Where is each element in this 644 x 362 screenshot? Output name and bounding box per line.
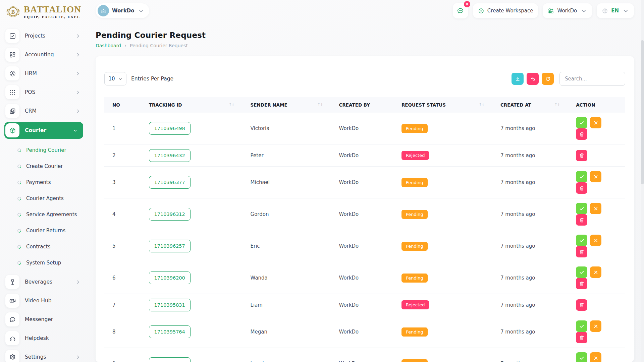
plus-circle-icon: [478, 8, 484, 14]
approve-action-button[interactable]: [576, 320, 587, 332]
tracking-id-button[interactable]: 1710396200: [149, 272, 191, 284]
delete-action-button[interactable]: [576, 332, 587, 343]
sidebar-item-settings[interactable]: Settings: [5, 349, 83, 362]
cell-no: 3: [104, 167, 141, 198]
cell-tracking-id: 1710395831: [141, 294, 243, 316]
sidebar-subitem-create-courier[interactable]: Create Courier: [5, 160, 83, 173]
tracking-id-button[interactable]: 1710395695: [149, 357, 191, 362]
delete-action-button[interactable]: [576, 299, 587, 311]
reject-action-button[interactable]: [590, 352, 601, 362]
approve-action-button[interactable]: [576, 171, 587, 182]
sidebar-subitem-payments[interactable]: Payments: [5, 176, 83, 189]
table-row: 41710396312GordonWorkDoPending7 months a…: [104, 198, 625, 230]
reject-action-button[interactable]: [590, 117, 601, 128]
column-header-created-at[interactable]: CREATED AT↑↓: [492, 97, 568, 113]
scrollbar-thumb[interactable]: [641, 40, 644, 184]
delete-action-button[interactable]: [576, 246, 587, 257]
approve-action-button[interactable]: [576, 352, 587, 362]
trash-icon: [579, 335, 585, 341]
sidebar-subitem-system-setup[interactable]: System Setup: [5, 256, 83, 269]
chevron-right-icon: [75, 280, 80, 285]
approve-action-button[interactable]: [576, 235, 587, 246]
tracking-id-button[interactable]: 1710396498: [149, 122, 191, 135]
tracking-id-button[interactable]: 1710396312: [149, 208, 191, 221]
delete-action-button[interactable]: [576, 278, 587, 289]
workspace-menu[interactable]: WorkDo: [543, 3, 592, 18]
breadcrumb-home-link[interactable]: Dashboard: [96, 43, 121, 48]
sidebar-subitem-label: Payments: [26, 179, 51, 185]
delete-action-button[interactable]: [576, 182, 587, 194]
cell-no: 6: [104, 262, 141, 294]
column-header-request-status[interactable]: REQUEST STATUS↑↓: [393, 97, 492, 113]
refresh-button[interactable]: [542, 73, 554, 85]
workspace-switcher[interactable]: WorkDo: [96, 3, 149, 18]
delete-action-button[interactable]: [576, 128, 587, 140]
language-menu[interactable]: EN: [597, 3, 634, 18]
tracking-id-button[interactable]: 1710395764: [149, 325, 191, 338]
reset-button[interactable]: [527, 73, 539, 85]
breadcrumb-current: Pending Courier Request: [130, 43, 188, 48]
status-badge: Pending: [401, 359, 428, 362]
sidebar-item-label: Courier: [25, 127, 73, 133]
column-header-created-by: CREATED BY: [331, 97, 393, 113]
delete-action-button[interactable]: [576, 150, 587, 161]
reject-action-button[interactable]: [590, 171, 601, 182]
table-row: 91710395695JasmineWorkDoPending7 months …: [104, 348, 625, 362]
tracking-id-button[interactable]: 1710396257: [149, 240, 191, 252]
tracking-id-button[interactable]: 1710395831: [149, 299, 191, 311]
cell-created-by: WorkDo: [331, 316, 393, 348]
x-icon: [593, 323, 599, 329]
approve-action-button[interactable]: [576, 266, 587, 278]
cell-created-at: 7 months ago: [492, 230, 568, 262]
chat-button[interactable]: 0: [453, 3, 468, 18]
export-button[interactable]: [512, 73, 524, 85]
search-input[interactable]: [559, 72, 625, 86]
cell-created-by: WorkDo: [331, 144, 393, 167]
table-row: 71710395831LiamWorkDoRejected7 months ag…: [104, 294, 625, 316]
reject-action-button[interactable]: [590, 320, 601, 332]
reject-action-button[interactable]: [590, 266, 601, 278]
approve-action-button[interactable]: [576, 117, 587, 128]
sidebar-item-pos[interactable]: POS: [5, 84, 83, 100]
x-icon: [593, 174, 599, 180]
chat-bubble-icon: [457, 7, 464, 15]
sidebar-subitem-contracts[interactable]: Contracts: [5, 240, 83, 253]
sidebar-item-beverages[interactable]: Beverages: [5, 274, 83, 290]
delete-action-button[interactable]: [576, 214, 587, 226]
cell-sender-name: Jasmine: [243, 348, 331, 362]
gear-icon: [5, 350, 19, 362]
brand-logo[interactable]: B BATTALION EQUIP, EXECUTE, EXEL: [5, 3, 83, 21]
approve-action-button[interactable]: [576, 203, 587, 214]
sidebar-subitem-pending-courier[interactable]: Pending Courier: [5, 143, 83, 157]
cell-no: 4: [104, 198, 141, 230]
create-workspace-button[interactable]: Create Workspace: [473, 3, 538, 18]
sidebar-item-helpdesk[interactable]: Helpdesk: [5, 330, 83, 346]
cell-created-by: WorkDo: [331, 167, 393, 198]
sidebar-subitem-courier-returns[interactable]: Courier Returns: [5, 224, 83, 237]
tracking-id-button[interactable]: 1710396377: [149, 176, 191, 189]
cell-created-by: WorkDo: [331, 294, 393, 316]
sidebar-subitem-courier-agents[interactable]: Courier Agents: [5, 192, 83, 205]
reject-action-button[interactable]: [590, 235, 601, 246]
check-icon: [579, 238, 585, 243]
column-header-sender-name[interactable]: SENDER NAME↑↓: [243, 97, 331, 113]
video-icon: [5, 294, 19, 308]
sidebar-item-crm[interactable]: CRM: [5, 103, 83, 119]
sidebar-item-video-hub[interactable]: Video Hub: [5, 293, 83, 308]
sidebar-item-hrm[interactable]: HRM: [5, 66, 83, 81]
sort-icon: ↑↓: [317, 102, 323, 107]
sidebar-subitem-label: Service Agreements: [26, 212, 77, 218]
main-content: Pending Courier Request Dashboard › Pend…: [96, 19, 634, 362]
cell-created-at: 7 months ago: [492, 316, 568, 348]
sidebar-item-accounting[interactable]: Accounting: [5, 47, 83, 62]
column-header-tracking-id[interactable]: TRACKING ID↑↓: [141, 97, 243, 113]
sidebar-item-messenger[interactable]: Messenger: [5, 312, 83, 327]
reject-action-button[interactable]: [590, 203, 601, 214]
grid-icon: [548, 8, 554, 14]
sidebar-item-projects[interactable]: Projects: [5, 28, 83, 44]
tracking-id-button[interactable]: 1710396432: [149, 149, 191, 162]
entries-per-page-select[interactable]: 10: [104, 72, 126, 85]
cell-no: 9: [104, 348, 141, 362]
sidebar-item-courier[interactable]: Courier: [4, 122, 83, 139]
sidebar-subitem-service-agreements[interactable]: Service Agreements: [5, 208, 83, 221]
